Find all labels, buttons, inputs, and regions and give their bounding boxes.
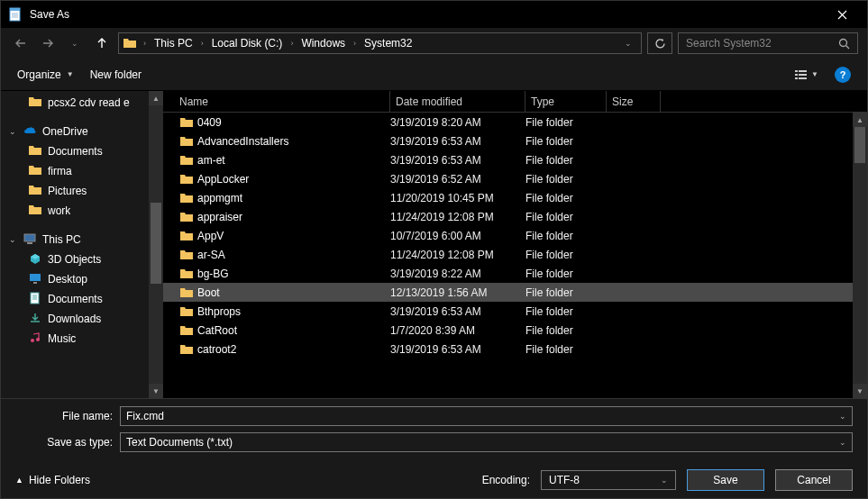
file-name: ar-SA [197,249,390,261]
onedrive-icon [23,124,37,140]
column-date[interactable]: Date modified [390,91,525,112]
chevron-down-icon[interactable]: ⌄ [8,235,17,244]
file-row[interactable]: 04093/19/2019 8:20 AMFile folder [163,113,867,132]
file-type: File folder [525,154,607,167]
sidebar-item[interactable]: Music [1,329,163,349]
column-name[interactable]: Name [174,91,390,112]
sidebar-item[interactable]: ⌄OneDrive [1,122,163,141]
chevron-down-icon: ▼ [67,70,74,78]
file-date: 3/19/2019 6:53 AM [390,154,525,167]
scroll-up-icon[interactable]: ▲ [149,91,163,105]
folder-icon [28,144,42,159]
file-type: File folder [525,324,607,337]
sidebar-item-label: Music [48,332,76,345]
file-type: File folder [525,286,607,299]
saveastype-select[interactable]: Text Documents (*.txt) ⌄ [120,432,853,452]
new-folder-button[interactable]: New folder [90,68,142,81]
search-input[interactable]: Search System32 [678,32,858,54]
sidebar-item[interactable]: firma [1,161,163,181]
sidebar-item[interactable]: Documents [1,141,163,161]
sidebar-item[interactable]: Desktop [1,269,163,289]
sidebar-item[interactable]: 3D Objects [1,250,163,269]
back-button[interactable] [10,32,32,54]
file-row[interactable]: appraiser11/24/2019 12:08 PMFile folder [163,207,867,226]
svg-rect-11 [795,77,798,79]
file-row[interactable]: AppV10/7/2019 6:00 AMFile folder [163,226,867,245]
file-row[interactable]: Bthprops3/19/2019 6:53 AMFile folder [163,302,867,321]
sidebar-item-label: Documents [48,293,103,305]
up-button[interactable] [91,32,113,54]
music-icon [28,331,42,347]
view-options-button[interactable]: ▼ [794,68,818,81]
filename-input[interactable]: Fix.cmd ⌄ [120,406,853,426]
chevron-down-icon[interactable]: ⌄ [8,127,17,136]
svg-line-6 [846,45,850,49]
column-type[interactable]: Type [525,91,607,112]
recent-button[interactable]: ⌄ [64,32,86,54]
folder-icon [123,37,137,50]
notepad-icon [8,7,23,22]
chevron-down-icon[interactable]: ⌄ [839,438,846,447]
address-bar[interactable]: › This PC › Local Disk (C:) › Windows › … [118,32,642,54]
save-button[interactable]: Save [687,469,764,491]
file-row[interactable]: ar-SA11/24/2019 12:08 PMFile folder [163,245,867,264]
folder-icon [179,268,197,280]
close-button[interactable] [824,1,860,28]
folder-icon [179,305,197,318]
forward-button[interactable] [37,32,59,54]
scroll-thumb[interactable] [854,127,865,163]
sidebar-item-label: 3D Objects [48,253,101,266]
file-type: File folder [525,135,607,148]
encoding-select[interactable]: UTF-8 ⌄ [541,470,676,490]
help-button[interactable]: ? [835,67,851,83]
file-row[interactable]: appmgmt11/20/2019 10:45 PMFile folder [163,188,867,207]
sidebar-item[interactable]: work [1,201,163,221]
scroll-down-icon[interactable]: ▼ [149,384,163,398]
toolbar: Organize ▼ New folder ▼ ? [1,59,867,91]
column-size[interactable]: Size [607,91,661,112]
sidebar-item[interactable]: Downloads [1,309,163,329]
sidebar-item[interactable]: Pictures [1,181,163,201]
scrollbar[interactable]: ▲ ▼ [853,113,867,398]
refresh-button[interactable] [647,32,672,54]
folder-icon [179,192,197,204]
chevron-down-icon[interactable]: ⌄ [839,412,846,421]
file-row[interactable]: CatRoot1/7/2020 8:39 AMFile folder [163,321,867,340]
chevron-down-icon[interactable]: ⌄ [661,476,668,485]
sidebar-scrollbar[interactable]: ▲ ▼ [149,91,163,398]
scroll-up-icon[interactable]: ▲ [853,113,867,127]
sidebar-item-label: pcsx2 cdv read e [48,96,130,109]
sidebar-item[interactable]: Documents [1,289,163,309]
sidebar-item-label: Pictures [48,185,87,197]
sidebar-item[interactable]: ⌄This PC [1,230,163,250]
file-row[interactable]: am-et3/19/2019 6:53 AMFile folder [163,150,867,169]
scroll-thumb[interactable] [151,203,161,284]
svg-point-23 [36,338,40,341]
breadcrumb-item[interactable]: This PC [152,37,195,50]
breadcrumb-item[interactable]: Local Disk (C:) [210,37,285,50]
sidebar-item[interactable]: pcsx2 cdv read e [1,93,163,113]
breadcrumb-item[interactable]: System32 [362,37,414,50]
address-dropdown[interactable]: ⌄ [619,39,637,48]
column-headers: Name Date modified Type Size [163,91,867,113]
svg-rect-17 [31,293,39,304]
file-row[interactable]: Boot12/13/2019 1:56 AMFile folder [163,283,867,302]
cancel-button[interactable]: Cancel [775,469,853,491]
file-row[interactable]: bg-BG3/19/2019 8:22 AMFile folder [163,264,867,283]
file-row[interactable]: AppLocker3/19/2019 6:52 AMFile folder [163,169,867,188]
sidebar-item-label: Desktop [48,273,87,286]
scroll-down-icon[interactable]: ▼ [853,384,867,398]
breadcrumb-item[interactable]: Windows [299,37,347,50]
hide-folders-button[interactable]: ▲ Hide Folders [15,474,90,486]
file-pane: Name Date modified Type Size 04093/19/20… [163,91,867,398]
desktop-icon [28,272,42,287]
file-list[interactable]: 04093/19/2019 8:20 AMFile folderAdvanced… [163,113,867,398]
folder-icon [179,286,197,299]
folder-icon [179,211,197,223]
sidebar-item-label: Documents [48,145,103,158]
file-date: 3/19/2019 6:52 AM [390,173,525,186]
arrow-left-icon [14,37,27,50]
file-row[interactable]: AdvancedInstallers3/19/2019 6:53 AMFile … [163,132,867,150]
organize-button[interactable]: Organize ▼ [17,68,74,81]
file-row[interactable]: catroot23/19/2019 6:53 AMFile folder [163,340,867,358]
